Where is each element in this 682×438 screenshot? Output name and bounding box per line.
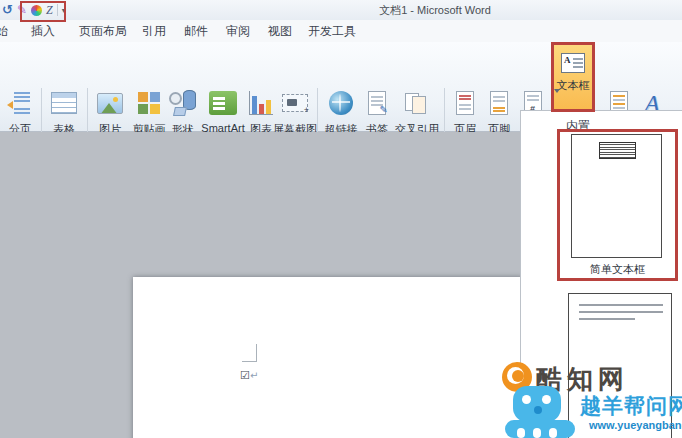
margin-crop-mark — [242, 361, 257, 362]
tab-insert[interactable]: 插入 — [22, 20, 64, 42]
hyperlink-button[interactable]: 超链接 — [322, 86, 360, 137]
hyperlink-globe-icon — [329, 91, 353, 115]
annotation-box-simple-text-box — [557, 129, 678, 281]
smartart-button[interactable]: SmartArt — [198, 86, 248, 134]
chart-icon — [249, 91, 273, 115]
tab-page-layout[interactable]: 页面布局 — [76, 20, 130, 42]
bookmark-icon: ✎ — [368, 91, 386, 115]
window-title: 文档1 - Microsoft Word — [188, 3, 682, 18]
thumbnail-text-line — [579, 318, 635, 320]
pen-decoration-icon: ✎ — [380, 104, 388, 115]
header-icon — [456, 91, 474, 115]
cross-reference-icon — [405, 91, 429, 115]
tab-view[interactable]: 视图 — [265, 20, 295, 42]
annotation-box-insert-tab — [20, 1, 66, 22]
tab-home-partial[interactable]: 始 — [0, 20, 11, 42]
document-page[interactable]: ☑↵ — [133, 277, 523, 438]
table-icon — [51, 92, 77, 114]
margin-crop-mark — [256, 344, 257, 361]
page-break-icon — [7, 89, 33, 117]
cross-reference-button[interactable]: 交叉引用 — [392, 86, 442, 137]
page-break-button[interactable]: 分页 — [2, 86, 38, 137]
smartart-icon — [209, 91, 237, 115]
picture-icon — [97, 93, 123, 114]
paragraph-return-icon: ↵ — [250, 370, 258, 381]
picture-button[interactable]: 图片 — [92, 86, 128, 137]
bookmark-button[interactable]: ✎ 书签 — [362, 86, 392, 137]
thumbnail-text-line — [579, 311, 663, 313]
checkbox-content-control[interactable]: ☑↵ — [240, 369, 258, 382]
tab-mailings[interactable]: 邮件 — [181, 20, 211, 42]
screenshot-icon — [282, 94, 308, 112]
tab-references[interactable]: 引用 — [139, 20, 169, 42]
footer-icon — [490, 91, 508, 115]
clip-art-button[interactable]: 剪贴画 — [128, 86, 170, 137]
undo-icon[interactable]: ↺ — [2, 3, 13, 17]
shapes-icon — [169, 90, 197, 116]
tab-review[interactable]: 审阅 — [223, 20, 253, 42]
text-box-gallery-panel: 内置 简单文本框 — [520, 110, 682, 438]
checked-checkbox-icon[interactable]: ☑ — [240, 369, 250, 381]
gallery-item-second[interactable] — [568, 293, 672, 438]
ribbon-tab-bar: 始 插入 页面布局 引用 邮件 审阅 视图 开发工具 — [0, 20, 682, 42]
title-bar: ↺ ✎ Z ▾ 文档1 - Microsoft Word — [0, 0, 682, 20]
thumbnail-text-line — [579, 304, 663, 306]
annotation-box-text-box-button — [551, 42, 595, 112]
tab-developer[interactable]: 开发工具 — [306, 20, 358, 42]
clip-art-icon — [138, 92, 160, 114]
